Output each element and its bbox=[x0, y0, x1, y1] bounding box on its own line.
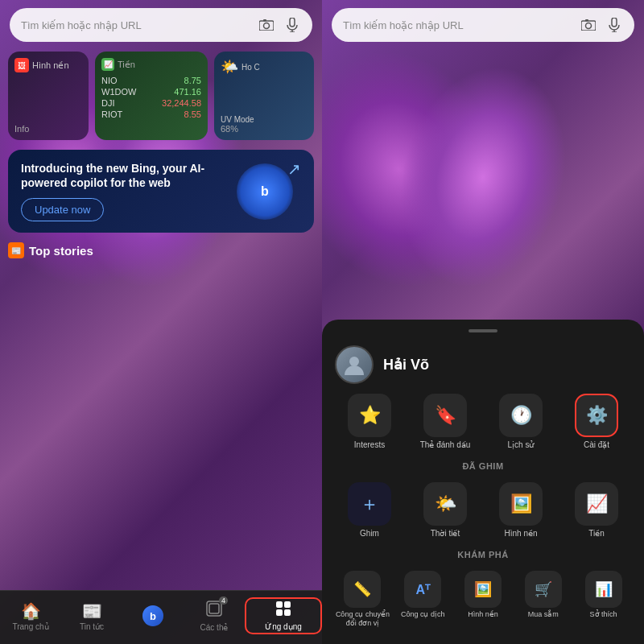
nav-item-tin-tuc[interactable]: 📰 Tin tức bbox=[61, 601, 122, 631]
pinned-stocks-icon: 📈 bbox=[575, 482, 618, 526]
nav-item-ung-dung[interactable]: Ứng dụng bbox=[245, 597, 322, 634]
stories-icon: 📰 bbox=[8, 242, 24, 258]
hinh-nen-icon: 🖼 bbox=[14, 58, 29, 72]
nav-label-tin-tuc: Tin tức bbox=[80, 622, 104, 631]
tien-title: Tiền bbox=[118, 60, 135, 70]
tien-row-3: DJI32,244.58 bbox=[101, 98, 201, 108]
update-now-button[interactable]: Update now bbox=[21, 198, 104, 221]
pinned-wallpaper-label: Hình nền bbox=[504, 529, 537, 539]
home-icon: 🏠 bbox=[21, 601, 41, 621]
app-bookmarks[interactable]: 🔖 Thẻ đánh dấu bbox=[411, 394, 480, 450]
kp-converter[interactable]: 📏 Công cụ chuyển đổi đơn vị bbox=[335, 571, 390, 628]
nav-item-bing[interactable]: b bbox=[122, 605, 184, 626]
search-icons-left bbox=[258, 16, 301, 34]
svg-rect-8 bbox=[276, 601, 283, 608]
svg-rect-3 bbox=[290, 18, 295, 27]
phone-right: Tìm kiếm hoặc nhập URL bbox=[322, 0, 644, 644]
search-icons-right bbox=[580, 16, 623, 34]
profile-name: Hải Võ bbox=[383, 356, 429, 374]
interests-icon: ⭐ bbox=[348, 394, 391, 437]
pinned-wallpaper-icon: 🖼️ bbox=[499, 482, 543, 526]
svg-rect-9 bbox=[284, 601, 291, 608]
mic-icon[interactable] bbox=[283, 16, 301, 34]
bookmarks-label: Thẻ đánh dấu bbox=[420, 440, 471, 450]
sothich-icon: 📊 bbox=[585, 571, 622, 608]
weather-icon: 🌤️ bbox=[221, 58, 238, 76]
camera-icon[interactable] bbox=[258, 16, 275, 34]
svg-rect-7 bbox=[209, 604, 219, 613]
bing-text: Introducing the new Bing, your AI-powere… bbox=[21, 161, 237, 221]
profile-row: Hải Võ bbox=[335, 345, 631, 384]
pinned-ghim[interactable]: ＋ Ghim bbox=[335, 482, 404, 539]
bing-nav-icon: b bbox=[142, 605, 163, 626]
svg-rect-11 bbox=[284, 609, 291, 616]
camera-icon-right[interactable] bbox=[580, 16, 597, 34]
nav-label-ung-dung: Ứng dụng bbox=[265, 622, 302, 631]
kp-shopping[interactable]: 🛒 Mua sắm bbox=[515, 571, 571, 628]
pinned-weather-label: Thời tiết bbox=[431, 529, 460, 539]
bottom-sheet: Hải Võ ⭐ Interests 🔖 Thẻ đánh dấu 🕐 Lịch… bbox=[322, 320, 644, 644]
interests-label: Interests bbox=[354, 440, 385, 450]
app-interests[interactable]: ⭐ Interests bbox=[335, 394, 404, 450]
bookmarks-icon: 🔖 bbox=[423, 394, 467, 437]
search-bar-left[interactable]: Tìm kiếm hoặc nhập URL bbox=[10, 8, 312, 42]
app-history[interactable]: 🕐 Lịch sử bbox=[486, 394, 555, 450]
converter-icon: 📏 bbox=[344, 571, 381, 608]
nav-item-cac-the[interactable]: 4 Các thẻ bbox=[184, 600, 245, 632]
svg-rect-10 bbox=[276, 609, 283, 616]
shopping-icon: 🛒 bbox=[525, 571, 562, 608]
search-placeholder-right: Tìm kiếm hoặc nhập URL bbox=[343, 19, 580, 31]
profile-avatar bbox=[335, 345, 374, 384]
translate-icon: Aᵀ bbox=[404, 571, 441, 608]
phone-left: Tìm kiếm hoặc nhập URL bbox=[0, 0, 322, 644]
history-label: Lịch sử bbox=[508, 440, 535, 450]
svg-point-1 bbox=[264, 23, 270, 29]
search-bar-right[interactable]: Tìm kiếm hoặc nhập URL bbox=[332, 8, 634, 42]
shopping-label: Mua sắm bbox=[528, 610, 559, 619]
hinh-nen-info: Info bbox=[14, 124, 82, 134]
kp-wallpaper-icon: 🖼️ bbox=[464, 571, 502, 608]
pinned-stocks[interactable]: 📈 Tiền bbox=[562, 482, 631, 539]
hinh-nen-widget[interactable]: 🖼 Hình nền Info bbox=[8, 52, 89, 140]
pinned-weather[interactable]: 🌤️ Thời tiết bbox=[411, 482, 480, 539]
kp-translate[interactable]: Aᵀ Công cụ dịch bbox=[395, 571, 451, 628]
pinned-stocks-label: Tiền bbox=[588, 529, 605, 539]
section-pinned-label: ĐÃ GHIM bbox=[335, 460, 631, 473]
settings-icon: ⚙️ bbox=[575, 394, 618, 437]
ghim-label: Ghim bbox=[360, 529, 379, 539]
weather-city: Ho C bbox=[242, 63, 260, 72]
tien-widget[interactable]: 📈 Tiền NIO8.75 W1DOW471.16 DJI32,244.58 … bbox=[95, 52, 208, 140]
app-settings[interactable]: ⚙️ Cài đặt bbox=[562, 394, 631, 450]
apps-grid: ⭐ Interests 🔖 Thẻ đánh dấu 🕐 Lịch sử ⚙️ … bbox=[335, 394, 631, 450]
weather-widget[interactable]: 🌤️ Ho C UV Mode 68% bbox=[214, 52, 314, 140]
apps-icon bbox=[275, 601, 291, 621]
nav-label-trang-chu: Trang chủ bbox=[12, 622, 48, 631]
svg-rect-15 bbox=[612, 18, 617, 27]
weather-uv: UV Mode bbox=[221, 115, 308, 124]
svg-rect-2 bbox=[263, 19, 266, 22]
bing-logo: b ↗ bbox=[237, 163, 293, 220]
sheet-handle bbox=[469, 329, 497, 332]
news-icon: 📰 bbox=[82, 601, 102, 621]
bing-arrow-icon: ↗ bbox=[287, 159, 301, 179]
nav-label-cac-the: Các thẻ bbox=[200, 623, 229, 632]
history-icon: 🕐 bbox=[499, 394, 543, 437]
section-khampha-label: KHÁM PHÁ bbox=[335, 548, 631, 561]
sothich-label: Sở thích bbox=[590, 610, 617, 619]
khampha-row: 📏 Công cụ chuyển đổi đơn vị Aᵀ Công cụ d… bbox=[335, 571, 631, 628]
mic-icon-right[interactable] bbox=[605, 16, 623, 34]
settings-label: Cài đặt bbox=[584, 440, 609, 450]
svg-point-13 bbox=[586, 23, 592, 29]
bing-banner: Introducing the new Bing, your AI-powere… bbox=[8, 150, 314, 233]
pinned-wallpaper[interactable]: 🖼️ Hình nền bbox=[486, 482, 555, 539]
nav-item-trang-chu[interactable]: 🏠 Trang chủ bbox=[0, 601, 61, 631]
pinned-row: ＋ Ghim 🌤️ Thời tiết 🖼️ Hình nền 📈 Tiền bbox=[335, 482, 631, 539]
tien-icon: 📈 bbox=[101, 58, 114, 71]
pinned-weather-icon: 🌤️ bbox=[423, 482, 467, 526]
kp-sothich[interactable]: 📊 Sở thích bbox=[576, 571, 631, 628]
converter-label: Công cụ chuyển đổi đơn vị bbox=[335, 610, 390, 628]
ghim-icon: ＋ bbox=[348, 482, 391, 526]
top-stories: 📰 Top stories bbox=[8, 242, 314, 258]
kp-wallpaper-label: Hình nền bbox=[468, 610, 498, 619]
kp-wallpaper[interactable]: 🖼️ Hình nền bbox=[456, 571, 511, 628]
